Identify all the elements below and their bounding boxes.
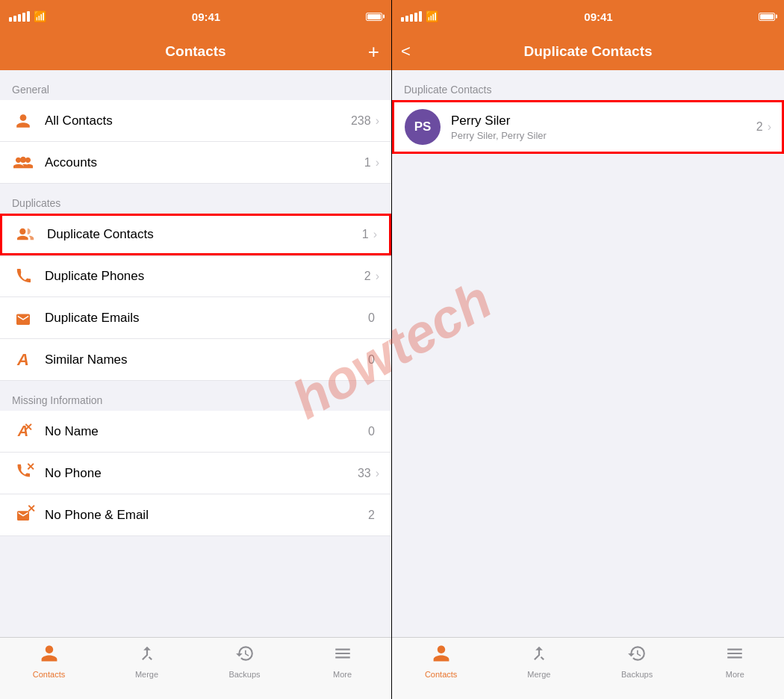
left-merge-tab-label: Merge: [135, 670, 158, 679]
left-right-status: [366, 13, 382, 21]
left-tab-more[interactable]: More: [293, 644, 391, 679]
accounts-count: 1: [364, 156, 371, 170]
right-right-status: [759, 13, 775, 21]
email-icon: [12, 307, 34, 329]
no-name-icon: A ✕: [12, 420, 34, 443]
duplicate-phones-chevron: ›: [376, 270, 379, 283]
r-signal-dot-4: [414, 13, 417, 22]
no-name-item[interactable]: A ✕ No Name 0: [0, 411, 391, 453]
right-tab-merge[interactable]: Merge: [490, 644, 588, 679]
perry-siler-avatar: PS: [405, 109, 441, 145]
r-signal-dot-2: [405, 16, 408, 22]
similar-names-icon: A: [12, 349, 34, 371]
perry-siler-item[interactable]: PS Perry Siler Perry Siler, Perry Siler …: [392, 100, 784, 154]
duplicate-contacts-label: Duplicate Contacts: [47, 227, 362, 242]
right-time: 09:41: [584, 10, 612, 23]
duplicate-emails-label: Duplicate Emails: [45, 311, 368, 326]
left-backups-tab-label: Backups: [228, 670, 260, 679]
left-time: 09:41: [192, 10, 220, 23]
similar-names-label: Similar Names: [45, 352, 368, 367]
duplicate-emails-item[interactable]: Duplicate Emails 0: [0, 297, 391, 339]
right-section-header: Duplicate Contacts: [392, 70, 784, 100]
no-email-item[interactable]: ✕ No Phone & Email 2: [0, 494, 391, 536]
no-phone-label: No Phone: [45, 466, 358, 481]
no-phone-count: 33: [358, 467, 371, 480]
accounts-label: Accounts: [45, 155, 364, 170]
duplicate-phones-label: Duplicate Phones: [45, 269, 364, 284]
left-tab-backups[interactable]: Backups: [196, 644, 293, 679]
no-email-count: 2: [368, 509, 375, 522]
signal-dot-3: [18, 14, 21, 22]
accounts-icon: [12, 152, 34, 174]
r-signal-dot-5: [419, 11, 422, 22]
all-contacts-count: 238: [351, 114, 371, 128]
right-tab-more[interactable]: More: [686, 644, 784, 679]
right-signal-group: 📶: [401, 10, 438, 22]
right-tab-bar: Contacts Merge Backups: [392, 637, 784, 699]
right-nav-title: Duplicate Contacts: [523, 43, 652, 60]
right-panel: 📶 09:41 < Duplicate Contacts Duplicate C…: [392, 0, 784, 699]
r-contacts-tab-icon: [432, 644, 451, 668]
signal-dot-5: [27, 11, 30, 22]
left-status-bar: 📶 09:41: [0, 0, 391, 33]
duplicate-contacts-chevron: ›: [373, 228, 377, 241]
phone-icon: [12, 265, 34, 288]
left-signal-group: 📶: [9, 10, 46, 22]
no-phone-icon: ✕: [12, 462, 34, 485]
perry-siler-name: Perry Siler: [451, 114, 756, 128]
left-contacts-tab-label: Contacts: [33, 670, 65, 679]
right-battery-fill: [760, 14, 774, 19]
left-tab-bar: Contacts Merge Backups: [0, 637, 391, 699]
right-battery: [759, 13, 775, 21]
no-email-icon: ✕: [12, 504, 34, 526]
r-signal-dot-1: [401, 17, 404, 22]
similar-names-count: 0: [368, 353, 375, 367]
duplicate-phones-count: 2: [364, 270, 371, 283]
more-tab-icon: [333, 644, 352, 668]
left-nav-bar: Contacts +: [0, 33, 391, 70]
app-container: 📶 09:41 Contacts + General: [0, 0, 784, 699]
right-tab-backups[interactable]: Backups: [588, 644, 686, 679]
no-name-count: 0: [368, 425, 375, 438]
general-section-header: General: [0, 70, 391, 100]
r-merge-tab-icon: [529, 644, 549, 668]
duplicate-emails-count: 0: [368, 311, 375, 325]
left-tab-merge[interactable]: Merge: [98, 644, 196, 679]
backups-tab-icon: [235, 644, 255, 668]
no-phone-item[interactable]: ✕ No Phone 33 ›: [0, 453, 391, 494]
right-list-content: Duplicate Contacts PS Perry Siler Perry …: [392, 70, 784, 637]
accounts-item[interactable]: Accounts 1 ›: [0, 142, 391, 184]
right-merge-tab-label: Merge: [527, 670, 550, 679]
right-contacts-tab-label: Contacts: [425, 670, 457, 679]
left-battery-fill: [367, 14, 381, 19]
similar-names-item[interactable]: A Similar Names 0: [0, 339, 391, 381]
no-email-label: No Phone & Email: [45, 508, 368, 523]
add-contact-button[interactable]: +: [368, 40, 379, 63]
right-signal-dots: [401, 11, 422, 22]
back-button[interactable]: <: [401, 42, 411, 61]
right-tab-contacts[interactable]: Contacts: [392, 644, 490, 679]
contacts-tab-icon: [40, 644, 59, 668]
right-status-bar: 📶 09:41: [392, 0, 784, 33]
left-wifi-icon: 📶: [34, 10, 46, 22]
perry-siler-subtitle: Perry Siler, Perry Siler: [451, 130, 756, 141]
all-contacts-item[interactable]: All Contacts 238 ›: [0, 100, 391, 142]
duplicate-contacts-item[interactable]: Duplicate Contacts 1 ›: [0, 214, 391, 255]
no-phone-chevron: ›: [376, 467, 379, 480]
accounts-chevron: ›: [376, 156, 379, 170]
merge-tab-icon: [137, 644, 157, 668]
left-nav-title: Contacts: [165, 43, 225, 60]
r-signal-dot-3: [410, 14, 413, 22]
person-icon: [12, 110, 34, 132]
duplicates-section-header: Duplicates: [0, 184, 391, 214]
left-panel: 📶 09:41 Contacts + General: [0, 0, 392, 699]
perry-siler-chevron: ›: [768, 120, 771, 134]
duplicate-phones-item[interactable]: Duplicate Phones 2 ›: [0, 255, 391, 297]
missing-info-section-header: Missing Information: [0, 381, 391, 411]
left-signal-dots: [9, 11, 30, 22]
perry-siler-count: 2: [756, 120, 763, 134]
signal-dot-4: [22, 13, 25, 22]
left-tab-contacts[interactable]: Contacts: [0, 644, 98, 679]
right-backups-tab-label: Backups: [621, 670, 653, 679]
all-contacts-label: All Contacts: [45, 114, 351, 128]
